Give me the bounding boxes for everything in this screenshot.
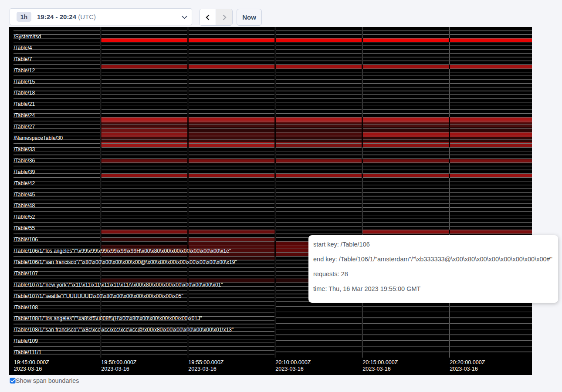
svg-text:/Table/108/1/"san francisco"/": /Table/108/1/"san francisco"/"\x8c\xcc\x…: [14, 327, 234, 333]
svg-text:2023-03-16: 2023-03-16: [188, 366, 216, 372]
svg-text:/System/tsd: /System/tsd: [14, 34, 41, 40]
svg-text:/Table/52: /Table/52: [14, 214, 35, 220]
svg-text:/Table/42: /Table/42: [14, 180, 35, 186]
svg-text:20:20:00.000Z: 20:20:00.000Z: [450, 359, 485, 365]
svg-text:19:45:00.000Z: 19:45:00.000Z: [14, 359, 50, 365]
svg-text:/Table/33: /Table/33: [14, 146, 35, 152]
svg-text:/Table/48: /Table/48: [14, 203, 35, 209]
svg-text:19:55:00.000Z: 19:55:00.000Z: [188, 359, 224, 365]
svg-text:/Table/7: /Table/7: [14, 56, 32, 62]
svg-text:20:15:00.000Z: 20:15:00.000Z: [362, 359, 398, 365]
svg-text:/Table/4: /Table/4: [14, 45, 32, 51]
svg-text:2023-03-16: 2023-03-16: [275, 366, 303, 372]
svg-text:/Table/39: /Table/39: [14, 169, 35, 175]
svg-text:/Table/107/1/"seattle"/"UUUUUU: /Table/107/1/"seattle"/"UUUUUUD\x00\x80\…: [14, 293, 183, 299]
svg-text:/Table/106/1/"los angeles"/"\x: /Table/106/1/"los angeles"/"\x99\x99\x99…: [14, 248, 231, 254]
svg-text:/Table/12: /Table/12: [14, 68, 35, 74]
svg-text:/Table/107/1/"new york"/"\x11\: /Table/107/1/"new york"/"\x11\x11\x11\x1…: [14, 282, 223, 288]
svg-text:/Table/108/1/"los angeles"/"\x: /Table/108/1/"los angeles"/"\xa8\xf5\u00…: [14, 315, 202, 321]
svg-text:/NamespaceTable/30: /NamespaceTable/30: [14, 135, 63, 141]
svg-text:20:10:00.000Z: 20:10:00.000Z: [275, 359, 311, 365]
svg-text:2023-03-16: 2023-03-16: [14, 366, 42, 372]
svg-text:/Table/55: /Table/55: [14, 225, 35, 231]
svg-text:/Table/45: /Table/45: [14, 192, 35, 198]
svg-text:/Table/15: /Table/15: [14, 79, 35, 85]
svg-text:/Table/24: /Table/24: [14, 112, 35, 118]
svg-text:19:50:00.000Z: 19:50:00.000Z: [101, 359, 137, 365]
svg-text:2023-03-16: 2023-03-16: [450, 366, 477, 372]
svg-text:/Table/27: /Table/27: [14, 124, 35, 130]
svg-text:/Table/109: /Table/109: [14, 338, 38, 344]
svg-text:/Table/36: /Table/36: [14, 158, 35, 164]
svg-text:/Table/107: /Table/107: [14, 270, 38, 277]
svg-text:/Table/108: /Table/108: [14, 304, 38, 311]
svg-text:/Table/106/1/"san francisco"/": /Table/106/1/"san francisco"/"\x80\x00\x…: [14, 259, 237, 265]
svg-text:2023-03-16: 2023-03-16: [101, 366, 129, 372]
svg-text:/Table/21: /Table/21: [14, 101, 35, 107]
svg-text:/Table/111/1: /Table/111/1: [14, 349, 42, 355]
svg-text:/Table/18: /Table/18: [14, 90, 35, 96]
svg-text:/Table/106: /Table/106: [14, 237, 38, 243]
svg-text:2023-03-16: 2023-03-16: [362, 366, 390, 372]
